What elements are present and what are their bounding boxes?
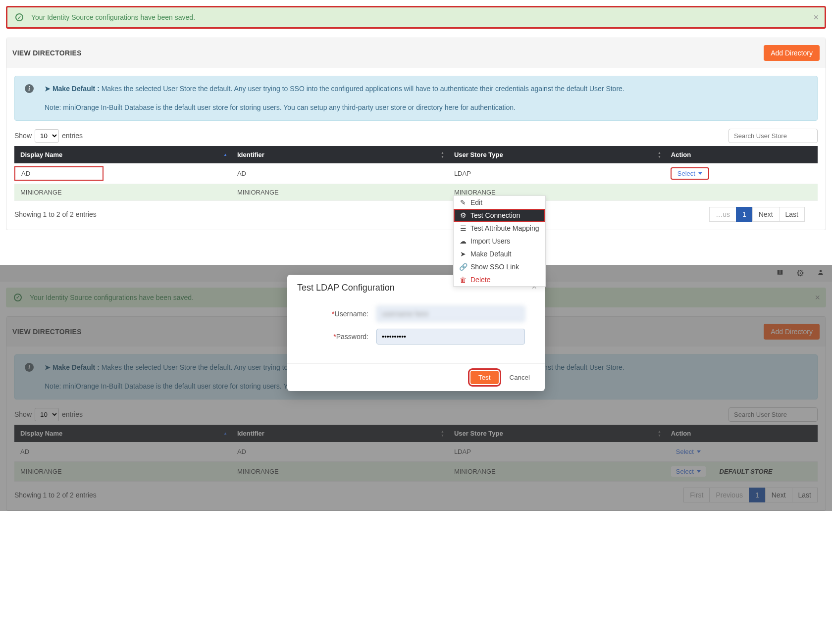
info-note: Note: miniOrange In-Built Database is th… <box>45 102 809 113</box>
cogs-icon: ⚙ <box>460 211 467 219</box>
search-input[interactable] <box>728 129 818 143</box>
alert-text: Your Identity Source configurations have… <box>31 13 195 21</box>
menu-import-users[interactable]: ☁ Import Users <box>454 235 545 248</box>
section-modal-bg: Your Identity Source configurations have… <box>0 265 832 511</box>
alert-saved: Your Identity Source configurations have… <box>6 6 826 29</box>
directories-card: VIEW DIRECTORIES Add Directory i ➤ Make … <box>6 38 826 230</box>
cursor-icon: ➤ <box>45 85 52 93</box>
cell-display-name: MINIORANGE <box>14 184 231 200</box>
username-input[interactable] <box>376 306 525 322</box>
link-icon: 🔗 <box>460 263 467 271</box>
info-box: i ➤ Make Default : Makes the selected Us… <box>14 76 818 121</box>
pager-last[interactable]: Last <box>779 207 805 222</box>
alert-close-icon[interactable]: × <box>813 12 819 23</box>
cell-display-name: AD <box>14 166 104 181</box>
pointer-icon: ➤ <box>460 250 467 258</box>
trash-icon: 🗑 <box>460 276 467 284</box>
modal-body: *Username: *Password: <box>287 301 545 363</box>
menu-show-sso-link[interactable]: 🔗 Show SSO Link <box>454 260 545 273</box>
menu-test-attribute-mapping[interactable]: ☰ Test Attribute Mapping <box>454 222 545 235</box>
showing-info: Showing 1 to 2 of 2 entries <box>14 210 97 218</box>
col-identifier[interactable]: Identifier <box>231 146 448 163</box>
password-input[interactable] <box>376 329 525 345</box>
menu-delete[interactable]: 🗑 Delete <box>454 273 545 286</box>
section-modal: Your Identity Source configurations have… <box>0 265 832 511</box>
cloud-upload-icon: ☁ <box>460 237 467 245</box>
sliders-icon: ☰ <box>460 224 467 232</box>
menu-edit[interactable]: ✎ Edit <box>454 196 545 209</box>
sort-icon <box>441 151 444 158</box>
pager-previous[interactable]: …us <box>709 207 736 222</box>
info-text: Makes the selected User Store the defaul… <box>102 85 624 93</box>
page-size-select[interactable]: 10 <box>35 129 59 143</box>
table-row: AD AD LDAP Select <box>14 163 818 184</box>
entries-label: entries <box>62 132 83 140</box>
modal-title: Test LDAP Configuration <box>297 283 395 293</box>
card-title: VIEW DIRECTORIES <box>12 49 82 57</box>
info-bold: Make Default : <box>52 85 100 93</box>
cell-identifier: MINIORANGE <box>231 184 448 200</box>
section-directories: Your Identity Source configurations have… <box>0 6 832 230</box>
directories-table: Display Name Identifier User Store Type … <box>14 146 818 201</box>
pagination: …us 1 Next Last <box>698 207 805 222</box>
test-button[interactable]: Test <box>470 371 498 384</box>
row-select-dropdown[interactable]: Select <box>671 168 709 179</box>
col-user-store-type[interactable]: User Store Type <box>448 146 665 163</box>
table-footer: Showing 1 to 2 of 2 entries …us 1 Next L… <box>14 207 818 222</box>
modal-footer: Test Cancel <box>287 363 545 391</box>
info-line-1: ➤ Make Default : Makes the selected User… <box>45 83 809 94</box>
caret-down-icon <box>698 172 702 175</box>
check-circle-icon <box>15 13 23 21</box>
table-controls: Show 10 entries <box>14 129 818 143</box>
table-row: MINIORANGE MINIORANGE MINIORANGE <box>14 184 818 200</box>
show-label: Show <box>14 132 32 140</box>
pager-page-1[interactable]: 1 <box>736 207 753 222</box>
info-icon: i <box>25 84 34 93</box>
password-label: *Password: <box>307 333 376 341</box>
sort-icon <box>658 151 661 158</box>
username-label: *Username: <box>307 310 376 318</box>
col-action: Action <box>665 146 818 163</box>
cell-identifier: AD <box>231 163 448 184</box>
edit-icon: ✎ <box>460 198 467 206</box>
cancel-button[interactable]: Cancel <box>505 371 535 384</box>
cell-type: LDAP <box>448 163 665 184</box>
action-dropdown: ✎ Edit ⚙ Test Connection ☰ Test Attribut… <box>453 196 546 287</box>
add-directory-button[interactable]: Add Directory <box>764 45 820 61</box>
pager-next[interactable]: Next <box>752 207 780 222</box>
col-display-name[interactable]: Display Name <box>14 146 231 163</box>
card-header: VIEW DIRECTORIES Add Directory <box>6 38 826 68</box>
menu-make-default[interactable]: ➤ Make Default <box>454 248 545 260</box>
show-entries: Show 10 entries <box>14 129 83 143</box>
menu-test-connection[interactable]: ⚙ Test Connection <box>454 209 545 222</box>
test-ldap-modal: Test LDAP Configuration × *Username: *Pa… <box>287 275 545 391</box>
